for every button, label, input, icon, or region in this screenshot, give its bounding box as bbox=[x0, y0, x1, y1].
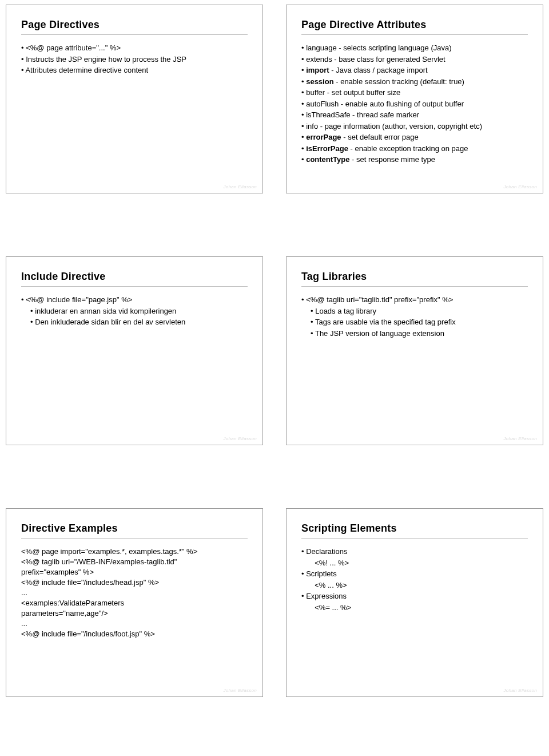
bullet-list: language - selects scripting language (J… bbox=[301, 43, 528, 165]
bullet-item: info - page information (author, version… bbox=[301, 121, 528, 132]
slide-body: language - selects scripting language (J… bbox=[301, 43, 528, 165]
divider bbox=[301, 286, 528, 287]
bullet-list: Expressions bbox=[301, 591, 528, 601]
bullet-item: isThreadSafe - thread safe marker bbox=[301, 110, 528, 120]
syntax-line: <%= ... %> bbox=[311, 603, 528, 613]
bullet-item: Scriptlets bbox=[301, 569, 528, 579]
bullet-item: language - selects scripting language (J… bbox=[301, 43, 528, 53]
bullet-list: <%@ taglib uri="taglib.tld" prefix="pref… bbox=[301, 295, 528, 305]
bullet-item: autoFlush - enable auto flushing of outp… bbox=[301, 99, 528, 109]
slide-directive-examples: Directive Examples <%@ page import="exam… bbox=[6, 508, 263, 697]
bullet-list: <%@ include file="page.jsp" %> bbox=[21, 295, 248, 305]
syntax-line: <%! ... %> bbox=[311, 558, 528, 568]
slide-row: Include Directive <%@ include file="page… bbox=[0, 256, 549, 445]
author-mark: Johan Eliasson bbox=[504, 688, 537, 693]
divider bbox=[21, 538, 248, 539]
author-mark: Johan Eliasson bbox=[224, 688, 257, 693]
bullet-list: Declarations bbox=[301, 547, 528, 557]
slide-title: Page Directive Attributes bbox=[301, 19, 528, 31]
syntax-text: <% ... %> bbox=[315, 581, 347, 589]
slide-body: <%@ taglib uri="taglib.tld" prefix="pref… bbox=[301, 295, 528, 338]
sub-bullet-item: Den inkluderade sidan blir en del av ser… bbox=[30, 317, 248, 327]
slide-page-directive-attributes: Page Directive Attributes language - sel… bbox=[286, 5, 543, 193]
slide-body: <%@ page attribute="..." %> Instructs th… bbox=[21, 43, 248, 76]
sub-bullet-list: inkluderar en annan sida vid kompilering… bbox=[21, 306, 248, 327]
slide-body: Declarations <%! ... %> Scriptlets <% ..… bbox=[301, 547, 528, 612]
bullet-list: Scriptlets bbox=[301, 569, 528, 579]
author-mark: Johan Eliasson bbox=[224, 184, 257, 189]
bullet-item: Attributes determine directive content bbox=[21, 65, 248, 76]
divider bbox=[301, 34, 528, 35]
bullet-item: Instructs the JSP engine how to process … bbox=[21, 54, 248, 65]
sub-bullet-item: Tags are usable via the specified tag pr… bbox=[311, 317, 528, 327]
bullet-item: Declarations bbox=[301, 547, 528, 557]
slide-scripting-elements: Scripting Elements Declarations <%! ... … bbox=[286, 508, 543, 697]
bullet-item: <%@ taglib uri="taglib.tld" prefix="pref… bbox=[301, 295, 528, 305]
slide-tag-libraries: Tag Libraries <%@ taglib uri="taglib.tld… bbox=[286, 256, 543, 445]
divider bbox=[21, 34, 248, 35]
syntax-line: <% ... %> bbox=[311, 580, 528, 591]
sub-bullet-list: <%= ... %> bbox=[301, 603, 528, 613]
sub-bullet-list: <% ... %> bbox=[301, 580, 528, 591]
bullet-list: <%@ page attribute="..." %> Instructs th… bbox=[21, 43, 248, 76]
sub-bullet-list: Loads a tag library Tags are usable via … bbox=[301, 306, 528, 339]
slide-body: <%@ include file="page.jsp" %> inkludera… bbox=[21, 295, 248, 327]
sub-bullet-item: Loads a tag library bbox=[311, 306, 528, 316]
author-mark: Johan Eliasson bbox=[224, 436, 257, 441]
sub-bullet-list: <%! ... %> bbox=[301, 558, 528, 568]
bullet-item: session - enable session tracking (defau… bbox=[301, 77, 528, 87]
bullet-item: extends - base class for generated Servl… bbox=[301, 54, 528, 65]
slide-row: Page Directives <%@ page attribute="..."… bbox=[0, 0, 549, 193]
slide-title: Tag Libraries bbox=[301, 271, 528, 283]
slide-title: Directive Examples bbox=[21, 523, 248, 535]
slide-title: Scripting Elements bbox=[301, 523, 528, 535]
bullet-item: buffer - set output buffer size bbox=[301, 88, 528, 98]
bullet-item: isErrorPage - enable exception tracking … bbox=[301, 144, 528, 154]
sub-bullet-item: inkluderar en annan sida vid kompilering… bbox=[30, 306, 248, 316]
bullet-item: import - Java class / package import bbox=[301, 65, 528, 76]
divider bbox=[301, 538, 528, 539]
syntax-text: <%! ... %> bbox=[315, 559, 349, 567]
slide-title: Include Directive bbox=[21, 271, 248, 283]
bullet-item: Expressions bbox=[301, 591, 528, 601]
page: Page Directives <%@ page attribute="..."… bbox=[0, 0, 549, 697]
syntax-text: <%= ... %> bbox=[315, 603, 351, 612]
sub-bullet-item: The JSP version of language extension bbox=[311, 328, 528, 339]
bullet-item: <%@ include file="page.jsp" %> bbox=[21, 295, 248, 305]
slide-include-directive: Include Directive <%@ include file="page… bbox=[6, 256, 263, 445]
code-block: <%@ page import="examples.*, examples.ta… bbox=[21, 547, 248, 639]
slide-page-directives: Page Directives <%@ page attribute="..."… bbox=[6, 5, 263, 193]
slide-title: Page Directives bbox=[21, 19, 248, 31]
bullet-item: contentType - set response mime type bbox=[301, 155, 528, 165]
slide-row: Directive Examples <%@ page import="exam… bbox=[0, 508, 549, 697]
bullet-item: <%@ page attribute="..." %> bbox=[21, 43, 248, 53]
author-mark: Johan Eliasson bbox=[504, 436, 537, 441]
author-mark: Johan Eliasson bbox=[504, 184, 537, 189]
bullet-item: errorPage - set default error page bbox=[301, 132, 528, 143]
divider bbox=[21, 286, 248, 287]
slide-body: <%@ page import="examples.*, examples.ta… bbox=[21, 547, 248, 639]
